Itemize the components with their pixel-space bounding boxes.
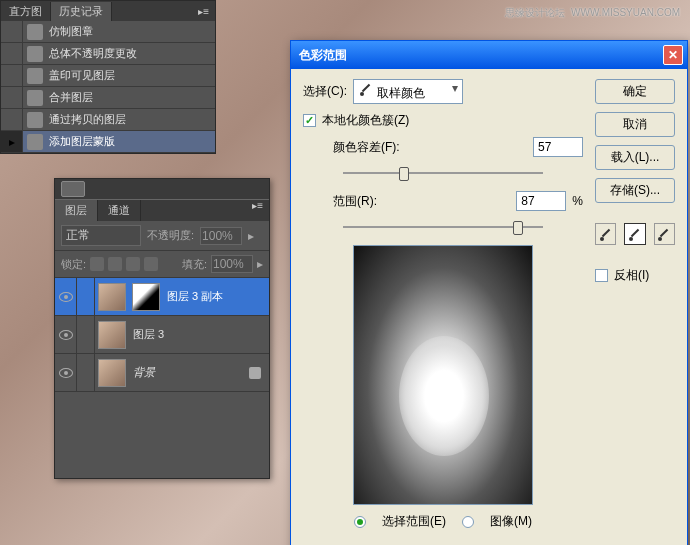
fuzziness-slider[interactable] [343, 165, 543, 181]
layer-row[interactable]: 背景 [55, 354, 269, 392]
lock-position-icon[interactable] [126, 257, 140, 271]
mask-icon [27, 134, 43, 150]
lock-icon [249, 367, 261, 379]
history-item-active[interactable]: ▸添加图层蒙版 [1, 131, 215, 153]
layers-panel: 图层 通道 ▸≡ 正常 不透明度: 100% ▸ 锁定: 填充: 100% ▸ … [54, 178, 270, 479]
eyedropper-icon [598, 226, 614, 242]
panel-menu-icon[interactable]: ▸≡ [246, 200, 269, 221]
opacity-label: 不透明度: [147, 228, 194, 243]
lock-paint-icon[interactable] [108, 257, 122, 271]
opacity-icon [27, 46, 43, 62]
panel-icon[interactable] [61, 181, 85, 197]
eyedropper-minus-icon [656, 226, 672, 242]
invert-checkbox[interactable] [595, 269, 608, 282]
load-button[interactable]: 载入(L)... [595, 145, 675, 170]
localized-checkbox[interactable] [303, 114, 316, 127]
ok-button[interactable]: 确定 [595, 79, 675, 104]
chevron-right-icon[interactable]: ▸ [257, 257, 263, 271]
lock-transparent-icon[interactable] [90, 257, 104, 271]
cancel-button[interactable]: 取消 [595, 112, 675, 137]
range-unit: % [572, 194, 583, 208]
layer-thumb[interactable] [98, 359, 126, 387]
localized-label: 本地化颜色簇(Z) [322, 112, 409, 129]
eyedropper-button[interactable] [595, 223, 616, 245]
select-dropdown[interactable]: 取样颜色 [353, 79, 463, 104]
eyedropper-icon [358, 81, 374, 97]
eyedropper-subtract-button[interactable] [654, 223, 675, 245]
tab-histogram[interactable]: 直方图 [1, 2, 51, 21]
range-label: 范围(R): [333, 193, 377, 210]
layer-thumb[interactable] [98, 321, 126, 349]
layer-row[interactable]: 图层 3 [55, 316, 269, 354]
save-button[interactable]: 存储(S)... [595, 178, 675, 203]
radio-image-label: 图像(M) [490, 513, 532, 530]
eye-icon [59, 330, 73, 340]
radio-selection[interactable] [354, 516, 366, 528]
watermark: 思缘设计论坛WWW.MISSYUAN.COM [499, 4, 680, 20]
history-panel: 直方图 历史记录 ▸≡ 仿制图章 总体不透明度更改 盖印可见图层 合并图层 通过… [0, 0, 216, 154]
dialog-title: 色彩范围 [299, 47, 347, 64]
close-button[interactable]: ✕ [663, 45, 683, 65]
opacity-field[interactable]: 100% [200, 227, 242, 245]
layer-thumb[interactable] [98, 283, 126, 311]
copy-layer-icon [27, 112, 43, 128]
fill-field[interactable]: 100% [211, 255, 253, 273]
visibility-toggle[interactable] [55, 278, 77, 315]
lock-label: 锁定: [61, 257, 86, 272]
select-label: 选择(C): [303, 83, 347, 100]
tab-history[interactable]: 历史记录 [51, 2, 112, 21]
history-marker-icon: ▸ [1, 131, 23, 152]
tab-channels[interactable]: 通道 [98, 200, 141, 221]
preview-image[interactable] [353, 245, 533, 505]
lock-all-icon[interactable] [144, 257, 158, 271]
panel-menu-icon[interactable]: ▸≡ [192, 6, 215, 17]
visibility-toggle[interactable] [55, 354, 77, 391]
history-item[interactable]: 盖印可见图层 [1, 65, 215, 87]
tab-layers[interactable]: 图层 [55, 200, 98, 221]
layer-row-selected[interactable]: 图层 3 副本 [55, 278, 269, 316]
radio-image[interactable] [462, 516, 474, 528]
history-item[interactable]: 总体不透明度更改 [1, 43, 215, 65]
eyedropper-plus-icon [627, 226, 643, 242]
history-item[interactable]: 合并图层 [1, 87, 215, 109]
blend-mode-select[interactable]: 正常 [61, 225, 141, 246]
range-input[interactable] [516, 191, 566, 211]
eye-icon [59, 368, 73, 378]
chevron-right-icon[interactable]: ▸ [248, 229, 254, 243]
visibility-toggle[interactable] [55, 316, 77, 353]
fuzziness-label: 颜色容差(F): [333, 139, 400, 156]
dialog-titlebar[interactable]: 色彩范围 ✕ [291, 41, 687, 69]
eyedropper-add-button[interactable] [624, 223, 645, 245]
mask-thumb[interactable] [132, 283, 160, 311]
fill-label: 填充: [182, 257, 207, 272]
range-slider[interactable] [343, 219, 543, 235]
stamp-icon [27, 24, 43, 40]
eye-icon [59, 292, 73, 302]
merge-icon [27, 90, 43, 106]
invert-label: 反相(I) [614, 267, 649, 284]
merge-visible-icon [27, 68, 43, 84]
history-item[interactable]: 通过拷贝的图层 [1, 109, 215, 131]
color-range-dialog: 色彩范围 ✕ 选择(C): 取样颜色 本地化颜色簇(Z) 颜色容差(F): [290, 40, 688, 545]
history-item[interactable]: 仿制图章 [1, 21, 215, 43]
radio-selection-label: 选择范围(E) [382, 513, 446, 530]
fuzziness-input[interactable] [533, 137, 583, 157]
